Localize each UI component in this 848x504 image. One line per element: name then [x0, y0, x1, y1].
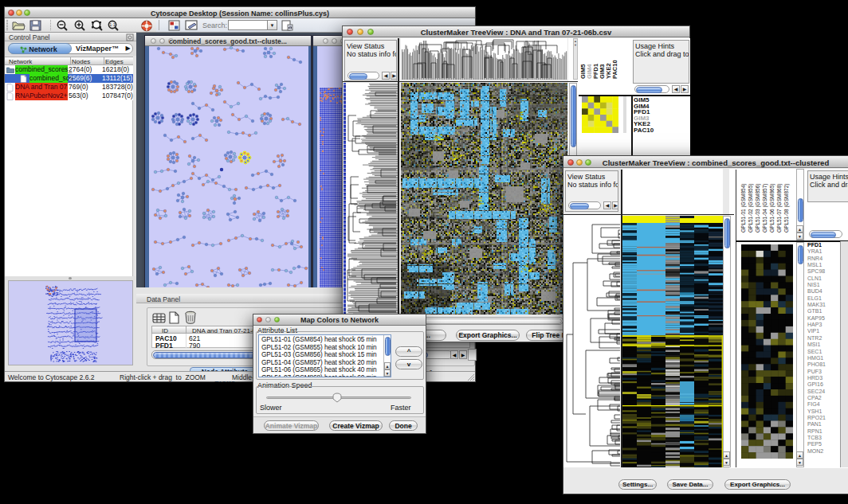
- svg-text:GPL51-03 (GSM856): GPL51-03 (GSM856): [755, 184, 761, 232]
- svg-text:1:1: 1:1: [109, 22, 116, 27]
- svg-text:GPL51-02 (GSM855): GPL51-02 (GSM855): [748, 184, 754, 232]
- svg-text:GPL51-04 (GSM857): GPL51-04 (GSM857): [762, 184, 768, 232]
- svg-text:GPL51-08 (GSM872): GPL51-08 (GSM872): [783, 184, 790, 232]
- svg-text:PAC10: PAC10: [611, 60, 618, 79]
- svg-text:GPL51-01 (GSM854): GPL51-01 (GSM854): [740, 184, 747, 232]
- svg-text:GPL51-06 (GSM865): GPL51-06 (GSM865): [769, 184, 775, 232]
- svg-text:GPL51-07 (GSM868): GPL51-07 (GSM868): [776, 184, 783, 232]
